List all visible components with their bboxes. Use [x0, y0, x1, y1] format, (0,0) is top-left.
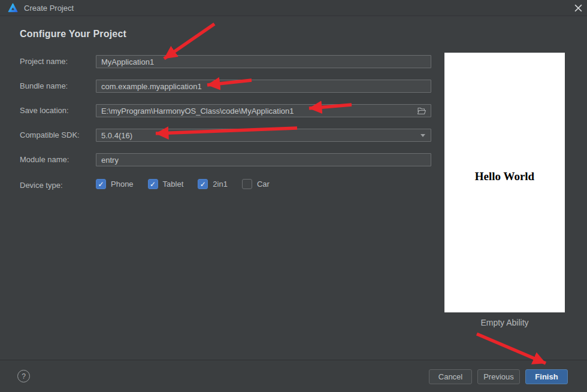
- device-type-option-label: Car: [257, 180, 270, 189]
- module-name-label: Module name:: [20, 153, 69, 166]
- close-button[interactable]: [569, 0, 587, 16]
- checkbox-unchecked-icon[interactable]: ✓: [242, 179, 252, 189]
- device-type-option-car[interactable]: ✓Car: [242, 179, 270, 189]
- preview-hello-world-text: Hello World: [444, 170, 565, 183]
- project-name-label: Project name:: [20, 55, 68, 68]
- ability-template-caption: Empty Ability: [444, 318, 565, 327]
- cancel-button[interactable]: Cancel: [429, 369, 472, 384]
- title-bar: Create Project: [0, 0, 587, 16]
- bundle-name-value: com.example.myapplication1: [101, 82, 202, 91]
- device-type-option-label: Tablet: [163, 180, 184, 189]
- create-project-dialog: Create Project Configure Your Project Pr…: [0, 0, 587, 392]
- chevron-down-icon[interactable]: [420, 134, 425, 137]
- deveco-studio-logo-icon: [7, 2, 19, 14]
- checkbox-checked-icon[interactable]: ✓: [148, 179, 158, 189]
- project-name-value: MyApplication1: [101, 57, 154, 66]
- previous-button[interactable]: Previous: [477, 369, 520, 384]
- checkbox-checked-icon[interactable]: ✓: [96, 179, 106, 189]
- device-type-option-tablet[interactable]: ✓Tablet: [148, 179, 184, 189]
- checkbox-checked-icon[interactable]: ✓: [198, 179, 208, 189]
- annotation-arrow: [477, 334, 546, 363]
- open-folder-icon[interactable]: [417, 107, 426, 115]
- module-name-input[interactable]: entry: [96, 153, 431, 166]
- device-type-label: Device type:: [20, 179, 63, 192]
- save-location-input[interactable]: E:\myProgram\HarmonyOS_Class\code\MyAppl…: [96, 104, 431, 117]
- device-type-option-label: 2in1: [213, 180, 228, 189]
- page-title: Configure Your Project: [20, 29, 126, 39]
- device-type-options: ✓Phone✓Tablet✓2in1✓Car: [96, 179, 270, 189]
- bundle-name-input[interactable]: com.example.myapplication1: [96, 80, 431, 93]
- device-type-option-2in1[interactable]: ✓2in1: [198, 179, 228, 189]
- dialog-footer: ? Cancel Previous Finish: [0, 360, 587, 392]
- help-icon[interactable]: ?: [17, 370, 30, 382]
- window-title: Create Project: [24, 0, 74, 16]
- finish-button[interactable]: Finish: [525, 369, 568, 384]
- compatible-sdk-value: 5.0.4(16): [101, 131, 132, 140]
- device-type-option-phone[interactable]: ✓Phone: [96, 179, 134, 189]
- save-location-label: Save location:: [20, 104, 69, 117]
- compatible-sdk-label: Compatible SDK:: [20, 129, 80, 142]
- module-name-value: entry: [101, 156, 119, 165]
- compatible-sdk-select[interactable]: 5.0.4(16): [96, 129, 431, 142]
- ability-preview-screen: Hello World: [444, 53, 565, 312]
- device-type-option-label: Phone: [111, 180, 134, 189]
- bundle-name-label: Bundle name:: [20, 80, 68, 93]
- project-name-input[interactable]: MyApplication1: [96, 55, 431, 68]
- save-location-value: E:\myProgram\HarmonyOS_Class\code\MyAppl…: [101, 107, 294, 116]
- annotation-arrow: [164, 24, 214, 59]
- close-icon: [574, 4, 582, 12]
